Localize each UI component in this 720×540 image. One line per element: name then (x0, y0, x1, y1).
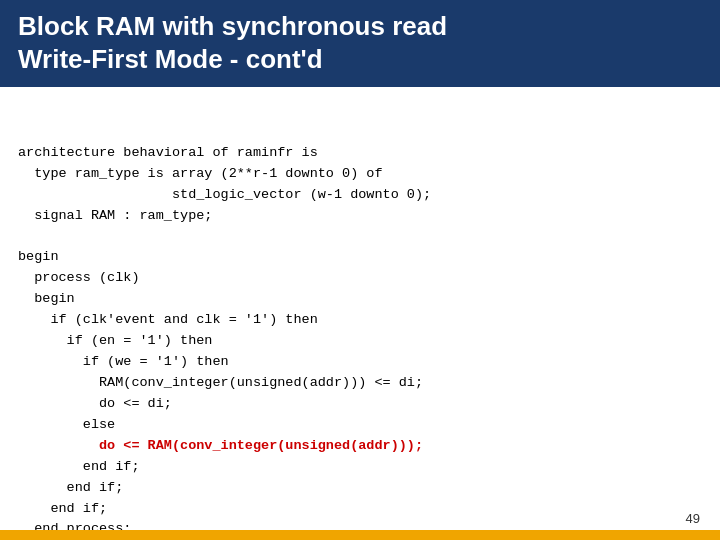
code-line: end if; (18, 457, 702, 478)
title-bar: Block RAM with synchronous read Write-Fi… (0, 0, 720, 87)
code-line: end process; (18, 519, 702, 530)
content-area: architecture behavioral of raminfr is ty… (0, 87, 720, 530)
footer-bar (0, 530, 720, 540)
code-line: end if; (18, 478, 702, 499)
code-line: if (en = '1') then (18, 331, 702, 352)
slide-container: Block RAM with synchronous read Write-Fi… (0, 0, 720, 540)
code-block: architecture behavioral of raminfr is ty… (18, 101, 702, 530)
slide-title: Block RAM with synchronous read Write-Fi… (18, 10, 702, 75)
code-line: process (clk) (18, 268, 702, 289)
page-number: 49 (686, 511, 700, 526)
code-line: type ram_type is array (2**r-1 downto 0)… (18, 164, 702, 185)
code-line: end if; (18, 499, 702, 520)
title-line2: Write-First Mode - cont'd (18, 44, 323, 74)
code-line (18, 227, 702, 248)
code-line: else (18, 415, 702, 436)
code-line: begin (18, 289, 702, 310)
code-line: signal RAM : ram_type; (18, 206, 702, 227)
code-line: do <= RAM(conv_integer(unsigned(addr))); (18, 436, 702, 457)
title-line1: Block RAM with synchronous read (18, 11, 447, 41)
code-line: RAM(conv_integer(unsigned(addr))) <= di; (18, 373, 702, 394)
code-line: if (we = '1') then (18, 352, 702, 373)
code-line: begin (18, 247, 702, 268)
code-line: architecture behavioral of raminfr is (18, 143, 702, 164)
code-line: std_logic_vector (w-1 downto 0); (18, 185, 702, 206)
code-line: if (clk'event and clk = '1') then (18, 310, 702, 331)
code-line: do <= di; (18, 394, 702, 415)
